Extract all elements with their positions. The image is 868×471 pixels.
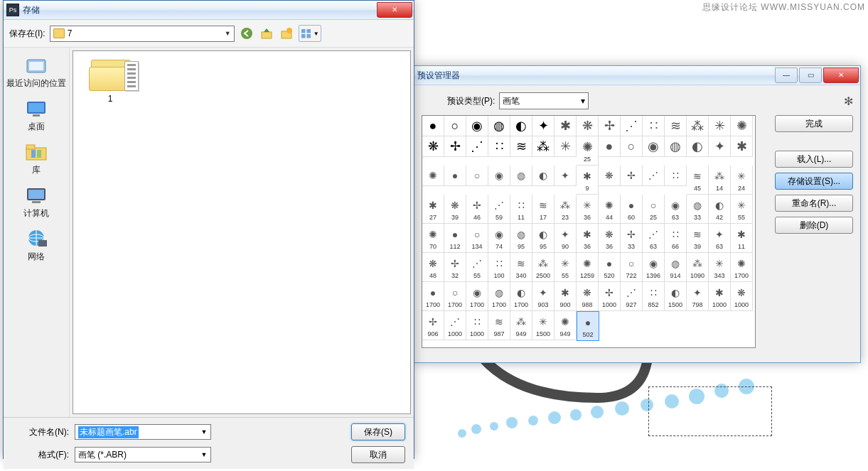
brush-preset[interactable]: ✦903 — [532, 282, 554, 311]
brush-preset[interactable]: ❋48 — [422, 253, 444, 282]
brush-preset[interactable]: ⋰59 — [488, 195, 510, 224]
brush-preset[interactable]: ✱9 — [577, 166, 599, 195]
brush-preset[interactable]: ✱36 — [577, 224, 599, 253]
brush-grid[interactable]: ●○◉◍◐✦✱❋✢⋰∷≋⁂✳✺❋✢⋰∷≋⁂✳✺25●○◉◍◐✦✱✺●○◉◍◐✦✱… — [422, 115, 756, 348]
brush-preset[interactable]: ❋ — [422, 136, 444, 157]
brush-preset[interactable]: ✳ — [554, 136, 577, 157]
view-menu-button[interactable]: ▼ — [299, 25, 321, 42]
brush-preset[interactable]: ⋰ — [466, 136, 488, 157]
brush-preset[interactable]: ⋰ — [643, 166, 665, 186]
brush-preset[interactable]: ●502 — [577, 311, 599, 341]
brush-preset[interactable]: ≋ — [510, 136, 532, 157]
brush-preset[interactable]: ⋰63 — [643, 224, 665, 253]
brush-preset[interactable]: ●112 — [444, 224, 466, 253]
brush-preset[interactable]: ◐ — [532, 166, 554, 186]
brush-preset[interactable]: ✳55 — [731, 195, 753, 224]
gear-icon[interactable]: ✻ — [844, 94, 853, 108]
close-button[interactable]: ✕ — [823, 67, 859, 83]
save-dialog-titlebar[interactable]: Ps 存储 ✕ — [4, 1, 414, 20]
brush-preset[interactable]: ✢906 — [422, 311, 444, 340]
brush-preset[interactable]: ✢46 — [466, 195, 488, 224]
maximize-button[interactable]: ▭ — [799, 67, 822, 83]
done-button[interactable]: 完成 — [775, 115, 853, 132]
brush-preset[interactable]: ◉ — [466, 116, 488, 136]
brush-preset[interactable]: ⁂949 — [510, 311, 532, 340]
brush-preset[interactable]: ❋ — [599, 166, 621, 186]
brush-preset[interactable]: ✳24 — [731, 166, 753, 195]
brush-preset[interactable]: ≋340 — [510, 253, 532, 282]
brush-preset[interactable]: ○ — [466, 166, 488, 186]
brush-preset[interactable]: ✦798 — [687, 282, 709, 311]
brush-preset[interactable]: ○134 — [466, 224, 488, 253]
load-button[interactable]: 载入(L)... — [775, 151, 853, 168]
brush-preset[interactable]: ✦ — [554, 166, 577, 186]
brush-preset[interactable]: ✺ — [422, 166, 444, 186]
brush-preset[interactable]: ∷11 — [510, 195, 532, 224]
brush-preset[interactable]: ◉ — [488, 166, 510, 186]
save-in-combo[interactable]: 7 ▼ — [50, 26, 235, 42]
brush-preset[interactable]: ❋36 — [599, 224, 621, 253]
brush-preset[interactable]: ◐1700 — [510, 282, 532, 311]
filename-input[interactable]: 未标题画笔.abr ▼ — [75, 424, 211, 440]
brush-preset[interactable]: ✢1000 — [599, 282, 621, 311]
brush-preset[interactable]: ≋45 — [687, 166, 709, 195]
brush-preset[interactable]: ✱27 — [422, 195, 444, 224]
brush-preset[interactable]: ✦ — [709, 136, 731, 157]
brush-preset[interactable]: ● — [422, 116, 444, 136]
brush-preset[interactable]: ✱11 — [731, 224, 753, 253]
places-computer[interactable]: 计算机 — [4, 182, 69, 222]
brush-preset[interactable]: ≋39 — [687, 224, 709, 253]
places-network[interactable]: 网络 — [4, 225, 69, 266]
new-folder-button[interactable] — [279, 26, 294, 41]
brush-preset[interactable]: ⋰ — [621, 116, 643, 136]
brush-preset[interactable]: ✳55 — [554, 253, 577, 282]
brush-preset[interactable]: ◍ — [488, 116, 510, 136]
brush-preset[interactable]: ◐1500 — [665, 282, 687, 311]
delete-button[interactable]: 删除(D) — [775, 217, 853, 234]
brush-preset[interactable]: ◉63 — [665, 195, 687, 224]
brush-preset[interactable]: ⋰1000 — [444, 311, 466, 340]
brush-preset[interactable]: ∷ — [643, 116, 665, 136]
brush-preset[interactable]: ✺1700 — [731, 253, 753, 282]
brush-preset[interactable]: ✺25 — [577, 136, 599, 166]
brush-preset[interactable]: ✱1000 — [709, 282, 731, 311]
brush-preset[interactable]: ◉1700 — [466, 282, 488, 311]
brush-preset[interactable]: ⁂14 — [709, 166, 731, 195]
brush-preset[interactable]: ⁂ — [687, 116, 709, 136]
brush-preset[interactable]: ✢33 — [621, 224, 643, 253]
brush-preset[interactable]: ◐ — [510, 116, 532, 136]
brush-preset[interactable]: ⋰927 — [621, 282, 643, 311]
places-libraries[interactable]: 库 — [4, 139, 69, 179]
brush-preset[interactable]: ∷100 — [488, 253, 510, 282]
brush-preset[interactable]: ◍1700 — [488, 282, 510, 311]
back-button[interactable] — [239, 26, 254, 41]
brush-preset[interactable]: ●1700 — [422, 282, 444, 311]
brush-preset[interactable]: ⁂1090 — [687, 253, 709, 282]
brush-preset[interactable]: ❋1000 — [731, 282, 753, 311]
brush-preset[interactable]: ✦63 — [709, 224, 731, 253]
brush-preset[interactable]: ◐ — [687, 136, 709, 157]
save-button[interactable]: 保存(S) — [351, 423, 405, 440]
brush-preset[interactable]: ✺949 — [554, 311, 577, 340]
brush-preset[interactable]: ●520 — [599, 253, 621, 282]
brush-preset[interactable]: ● — [444, 166, 466, 186]
brush-preset[interactable]: ◉ — [643, 136, 665, 157]
save-set-button[interactable]: 存储设置(S)... — [775, 173, 853, 190]
brush-preset[interactable]: ∷ — [488, 136, 510, 157]
brush-preset[interactable]: ∷1000 — [466, 311, 488, 340]
minimize-button[interactable]: — — [775, 67, 798, 83]
brush-preset[interactable]: ✢ — [621, 166, 643, 186]
brush-preset[interactable]: ◍ — [510, 166, 532, 186]
brush-preset[interactable]: ✺ — [731, 116, 753, 136]
brush-preset[interactable]: ◐42 — [709, 195, 731, 224]
brush-preset[interactable]: ✺44 — [599, 195, 621, 224]
brush-preset[interactable]: ◉74 — [488, 224, 510, 253]
brush-preset[interactable]: ○722 — [621, 253, 643, 282]
brush-preset[interactable]: ✱ — [731, 136, 753, 157]
brush-preset[interactable]: ✺1259 — [577, 253, 599, 282]
brush-preset[interactable]: ≋ — [665, 116, 687, 136]
brush-preset[interactable]: ❋ — [577, 116, 599, 136]
brush-preset[interactable]: ✳1500 — [532, 311, 554, 340]
brush-preset[interactable]: ✦ — [532, 116, 554, 136]
brush-preset[interactable]: ✳36 — [577, 195, 599, 224]
